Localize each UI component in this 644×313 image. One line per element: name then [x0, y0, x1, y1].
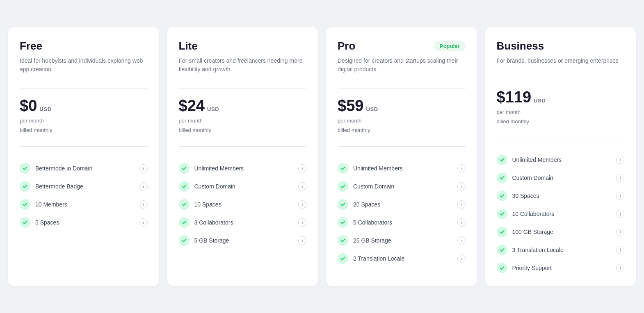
feature-label: Bettermode Badge	[35, 183, 83, 190]
features-list: Bettermode.io Domain i Bettermode Badge …	[20, 163, 148, 228]
check-icon	[338, 217, 348, 228]
feature-label: 3 Collaborators	[194, 219, 233, 226]
info-icon[interactable]: i	[298, 164, 306, 172]
info-icon[interactable]: i	[457, 236, 466, 245]
feature-item: Unlimited Members i	[338, 163, 466, 174]
feature-label: 20 Spaces	[353, 201, 380, 208]
price-currency: USD	[207, 106, 219, 112]
check-icon	[338, 181, 348, 192]
feature-left: 3 Translation Locale	[497, 245, 564, 255]
plan-description: Designed for creators and startups scali…	[338, 57, 466, 74]
price-billing: per monthbilled monthly	[338, 116, 466, 134]
info-icon[interactable]: i	[616, 246, 624, 254]
feature-label: Custom Domain	[512, 175, 553, 181]
plan-name: Business	[497, 40, 544, 52]
check-icon	[497, 172, 507, 183]
divider	[497, 80, 625, 80]
feature-item: 2 Translation Locale i	[338, 253, 466, 264]
plan-card-pro: Pro Popular Designed for creators and st…	[326, 27, 477, 286]
price-currency: USD	[534, 98, 546, 104]
feature-item: Priority Support i	[497, 263, 625, 273]
feature-label: 30 Spaces	[512, 193, 539, 199]
feature-item: 5 Collaborators i	[338, 217, 466, 228]
feature-item: 10 Collaborators i	[497, 209, 625, 219]
info-icon[interactable]: i	[457, 200, 466, 209]
price-billing: per monthbilled monthly	[179, 116, 307, 134]
info-icon[interactable]: i	[298, 236, 306, 245]
info-icon[interactable]: i	[139, 218, 148, 227]
card-header: Pro Popular Designed for creators and st…	[338, 40, 466, 74]
feature-item: 3 Translation Locale i	[497, 245, 625, 255]
price-amount: $59	[338, 97, 363, 115]
info-icon[interactable]: i	[616, 264, 624, 272]
plan-name: Lite	[179, 40, 198, 52]
feature-left: Custom Domain	[338, 181, 394, 192]
feature-label: 5 Spaces	[35, 219, 59, 226]
price-section: $59 USD per monthbilled monthly	[338, 97, 466, 134]
price-amount: $119	[497, 88, 532, 106]
feature-left: Custom Domain	[179, 181, 235, 192]
check-icon	[179, 217, 190, 228]
feature-left: 25 GB Storage	[338, 235, 391, 246]
feature-item: 5 Spaces i	[20, 217, 148, 228]
feature-label: Unlimited Members	[194, 165, 244, 172]
feature-item: 30 Spaces i	[497, 191, 625, 201]
check-icon	[179, 199, 190, 210]
info-icon[interactable]: i	[616, 228, 624, 236]
feature-left: Custom Domain	[497, 172, 553, 183]
price-row: $59 USD	[338, 97, 466, 115]
price-section: $0 USD per monthbilled monthly	[20, 97, 148, 134]
price-amount: $0	[20, 97, 37, 115]
check-icon	[497, 191, 507, 201]
check-icon	[338, 235, 348, 246]
feature-label: Unlimited Members	[512, 156, 562, 163]
feature-left: 10 Members	[20, 199, 67, 210]
info-icon[interactable]: i	[139, 182, 148, 191]
plan-name: Free	[20, 40, 42, 52]
feature-item: 5 GB Storage i	[179, 235, 307, 246]
divider-features	[338, 146, 466, 147]
divider-features	[20, 146, 148, 147]
check-icon	[338, 163, 348, 174]
info-icon[interactable]: i	[298, 182, 306, 191]
feature-label: 5 Collaborators	[353, 219, 392, 226]
info-icon[interactable]: i	[298, 200, 306, 209]
info-icon[interactable]: i	[298, 218, 306, 227]
info-icon[interactable]: i	[616, 174, 624, 182]
feature-item: Custom Domain i	[338, 181, 466, 192]
info-icon[interactable]: i	[457, 254, 466, 263]
feature-label: 10 Collaborators	[512, 211, 555, 217]
feature-label: 10 Spaces	[194, 201, 222, 208]
price-section: $119 USD per monthbilled monthly	[497, 88, 625, 126]
feature-item: Bettermode.io Domain i	[20, 163, 148, 174]
price-currency: USD	[39, 106, 51, 112]
info-icon[interactable]: i	[457, 164, 466, 172]
feature-label: 100 GB Storage	[512, 229, 553, 235]
feature-label: 2 Translation Locale	[353, 255, 404, 262]
feature-item: Custom Domain i	[179, 181, 307, 192]
feature-left: 10 Spaces	[179, 199, 222, 210]
feature-left: 30 Spaces	[497, 191, 539, 201]
feature-left: Unlimited Members	[179, 163, 244, 174]
feature-label: Custom Domain	[353, 183, 394, 190]
divider	[179, 88, 307, 89]
info-icon[interactable]: i	[139, 200, 148, 209]
plan-name: Pro	[338, 40, 355, 52]
plan-card-free: Free Ideal for hobbyists and individuals…	[8, 27, 159, 286]
info-icon[interactable]: i	[616, 156, 624, 164]
info-icon[interactable]: i	[139, 164, 148, 172]
check-icon	[497, 245, 507, 255]
check-icon	[179, 181, 190, 192]
card-header: Business For brands, businesses or emerg…	[497, 40, 625, 65]
price-amount: $24	[179, 97, 205, 115]
info-icon[interactable]: i	[457, 182, 466, 191]
info-icon[interactable]: i	[616, 192, 624, 200]
divider	[20, 88, 148, 89]
feature-item: Unlimited Members i	[179, 163, 307, 174]
info-icon[interactable]: i	[616, 210, 624, 218]
feature-item: Custom Domain i	[497, 172, 625, 183]
info-icon[interactable]: i	[457, 218, 466, 227]
feature-label: 10 Members	[35, 201, 67, 208]
feature-item: 20 Spaces i	[338, 199, 466, 210]
feature-left: Bettermode Badge	[20, 181, 83, 192]
